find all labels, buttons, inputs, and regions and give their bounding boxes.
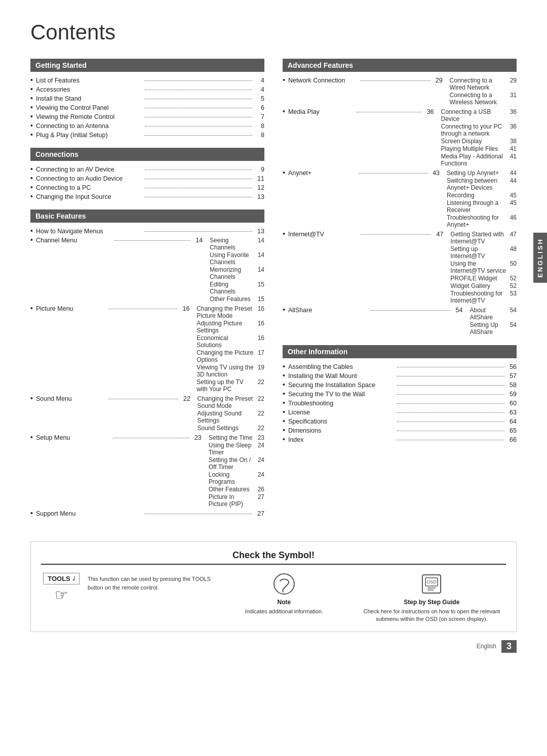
sub-list: Setting the Time23 Using the Sleep Timer… <box>202 434 264 508</box>
list-item: Sound Menu22 Changing the Preset Sound M… <box>30 394 264 432</box>
section-header-basic-features: Basic Features <box>30 209 264 223</box>
list-item: Picture Menu16 Changing the Preset Pictu… <box>30 304 264 393</box>
left-column: Getting Started List of Features4 Access… <box>30 59 264 526</box>
connections-list: Connecting to an AV Device9 Connecting t… <box>30 165 264 200</box>
list-item: Connecting to an Audio Device11 <box>30 174 264 182</box>
sub-item: Switching between Anynet+ Devices44 <box>447 177 517 191</box>
list-item: List of Features4 <box>30 76 264 84</box>
list-item: Media Play36 Connecting a USB Device36 C… <box>283 107 517 167</box>
sub-item: PROFILE Widget52 <box>450 275 517 282</box>
sub-list: Changing the Preset Picture Mode16 Adjus… <box>189 305 264 393</box>
list-item: Securing the TV to the Wall59 <box>283 390 517 398</box>
sub-item: Widget Gallery52 <box>450 282 517 289</box>
sbsg-icon: OSD <box>420 573 443 597</box>
sub-list: Connecting to a Wired Network29 Connecti… <box>443 77 517 106</box>
list-item: Plug & Play (Initial Setup)8 <box>30 131 264 139</box>
list-item: Viewing the Control Panel6 <box>30 103 264 111</box>
sub-item: Using the Sleep Timer24 <box>209 442 264 456</box>
svg-point-0 <box>274 574 294 594</box>
tools-text: TOOLS <box>48 575 70 582</box>
advanced-features-list: Network Connection29 Connecting to a Wir… <box>283 76 517 336</box>
sub-item: Using the Internet@TV service50 <box>450 260 517 274</box>
sub-list: About AllShare54 Setting Up AllShare54 <box>462 307 517 336</box>
main-columns: Getting Started List of Features4 Access… <box>30 59 517 526</box>
list-item: License63 <box>283 408 517 416</box>
sub-item: Setting the On / Off Timer24 <box>209 456 264 471</box>
section-other-information: Other Information Assembling the Cables5… <box>283 345 517 443</box>
tools-box-label: TOOLS ♩ <box>43 573 80 584</box>
list-item: Anynet+43 Setting Up Anynet+44 Switching… <box>283 169 517 229</box>
list-item: Setup Menu23 Setting the Time23 Using th… <box>30 433 264 508</box>
sbsg-svg-icon: OSD <box>420 573 443 595</box>
sub-item: Connecting to a Wired Network29 <box>450 77 517 91</box>
sub-item: Using Favorite Channels14 <box>210 251 264 266</box>
list-item: Internet@TV47 Getting Started with Inter… <box>283 230 517 305</box>
section-header-connections: Connections <box>30 148 264 161</box>
section-connections: Connections Connecting to an AV Device9 … <box>30 148 264 200</box>
list-item: How to Navigate Menus13 <box>30 227 264 235</box>
list-item: Troubleshooting60 <box>283 399 517 407</box>
sub-item: Getting Started with Internet@TV47 <box>450 231 517 245</box>
section-getting-started: Getting Started List of Features4 Access… <box>30 59 264 139</box>
footer-language: English <box>477 643 496 650</box>
tools-desc-text: This function can be used by pressing th… <box>88 575 211 592</box>
right-column: Advanced Features Network Connection29 C… <box>283 59 517 526</box>
list-item: Installing the Wall Mount57 <box>283 371 517 380</box>
sub-item: Other Features26 <box>209 486 264 493</box>
sbsg-desc: Check here for instructions on how to op… <box>358 608 506 623</box>
sub-item: Connecting to a Wireless Network31 <box>450 92 517 106</box>
note-label: Note <box>278 599 291 606</box>
note-icon <box>273 573 295 597</box>
sub-item: Setting the Time23 <box>209 434 264 441</box>
list-item: Securing the Installation Space58 <box>283 381 517 389</box>
sub-item: Setting Up AllShare54 <box>470 321 517 335</box>
sub-item: Troubleshooting for Anynet+46 <box>447 214 517 228</box>
page-title: Contents <box>30 20 517 45</box>
sub-item: Screen Display38 <box>441 138 517 145</box>
sub-item: Recording45 <box>447 192 517 199</box>
sub-item: Setting Up Anynet+44 <box>447 170 517 177</box>
sub-item: Playing Multiple Files41 <box>441 145 517 152</box>
note-svg-icon <box>273 573 295 595</box>
symbol-item-sbsg: OSD Step by Step Guide Check here for in… <box>358 573 506 623</box>
check-symbol-section: Check the Symbol! TOOLS ♩ ☞ This functio… <box>30 541 517 632</box>
list-item: Support Menu27 <box>30 509 264 517</box>
list-item: Channel Menu14 Seeing Channels14 Using F… <box>30 236 264 303</box>
sub-item: Locking Programs24 <box>209 471 264 485</box>
list-item: Install the Stand5 <box>30 94 264 102</box>
footer-page-number: 3 <box>501 640 517 653</box>
sub-item: Adjusting Picture Settings16 <box>197 320 264 334</box>
sub-item: Listening through a Receiver45 <box>447 199 517 214</box>
getting-started-list: List of Features4 Accessories4 Install t… <box>30 76 264 139</box>
list-item: AllShare54 About AllShare54 Setting Up A… <box>283 306 517 336</box>
tools-hand-icon: ☞ <box>55 587 68 603</box>
section-header-other-information: Other Information <box>283 345 517 358</box>
tools-music-icon: ♩ <box>72 575 75 582</box>
list-item: Accessories4 <box>30 85 264 93</box>
sub-item: Other Features15 <box>210 296 264 303</box>
section-header-advanced-features: Advanced Features <box>283 59 517 72</box>
sub-item: Changing the Preset Picture Mode16 <box>197 305 264 319</box>
sub-list: Getting Started with Internet@TV47 Setti… <box>443 231 517 305</box>
tools-icon-area: TOOLS ♩ ☞ <box>41 573 82 603</box>
list-item: Changing the Input Source13 <box>30 192 264 200</box>
sub-item: Changing the Picture Options17 <box>197 349 264 363</box>
sub-item: Connecting a USB Device36 <box>441 108 517 122</box>
symbol-row: TOOLS ♩ ☞ This function can be used by p… <box>41 573 506 623</box>
sub-item: Picture In Picture (PIP)27 <box>209 493 264 508</box>
sub-item: Sound Settings22 <box>198 425 264 432</box>
list-item: Connecting to an Antenna8 <box>30 121 264 130</box>
list-item: Network Connection29 Connecting to a Wir… <box>283 76 517 106</box>
note-desc: Indicates additional information. <box>245 608 324 615</box>
list-item: Connecting to an AV Device9 <box>30 165 264 173</box>
list-item: Dimensions65 <box>283 426 517 434</box>
sub-item: Connecting to your PC through a network3… <box>441 123 517 137</box>
sub-list: Changing the Preset Sound Mode22 Adjusti… <box>190 395 264 432</box>
sub-item: Memorizing Channels14 <box>210 266 264 280</box>
page: Contents Getting Started List of Feature… <box>0 0 547 756</box>
sub-item: Seeing Channels14 <box>210 237 264 251</box>
sub-list: Connecting a USB Device36 Connecting to … <box>434 108 517 167</box>
list-item: Index66 <box>283 435 517 443</box>
svg-text:OSD: OSD <box>427 579 437 584</box>
section-advanced-features: Advanced Features Network Connection29 C… <box>283 59 517 336</box>
